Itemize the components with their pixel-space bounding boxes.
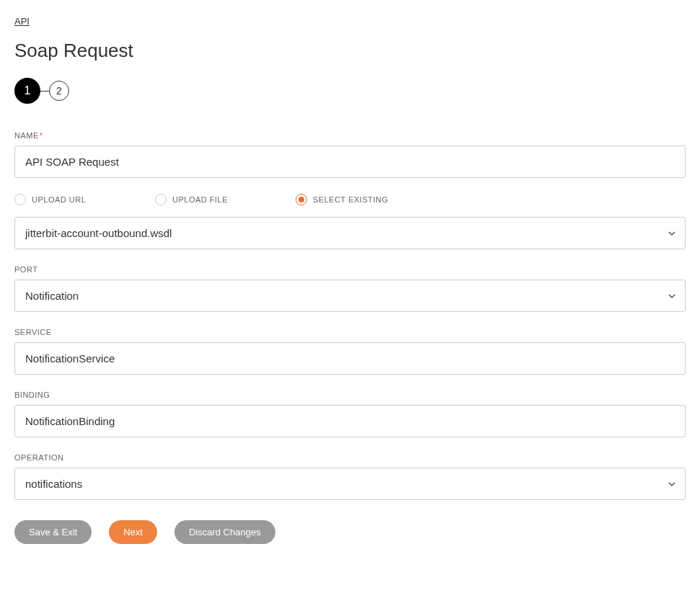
step-2[interactable]: 2 (49, 81, 69, 101)
radio-circle-select-existing (296, 194, 307, 205)
radio-select-existing[interactable]: SELECT EXISTING (296, 194, 436, 205)
stepper: 1 2 (14, 78, 686, 104)
operation-group: OPERATION (14, 453, 686, 500)
radio-label-upload-file: UPLOAD FILE (172, 195, 228, 204)
next-button[interactable]: Next (109, 520, 157, 544)
breadcrumb-api[interactable]: API (14, 16, 30, 27)
required-asterisk: * (40, 131, 43, 140)
operation-label: OPERATION (14, 453, 686, 462)
operation-select-value[interactable] (14, 468, 686, 500)
name-group: NAME* (14, 131, 686, 178)
radio-circle-upload-file (155, 194, 167, 205)
step-connector (40, 91, 49, 92)
port-label: PORT (14, 265, 686, 274)
service-input[interactable] (14, 342, 686, 375)
binding-input[interactable] (14, 405, 686, 437)
radio-upload-file[interactable]: UPLOAD FILE (155, 194, 296, 205)
radio-label-upload-url: UPLOAD URL (32, 195, 86, 204)
port-select[interactable] (14, 280, 686, 312)
source-radio-group: UPLOAD URL UPLOAD FILE SELECT EXISTING (14, 194, 686, 205)
port-group: PORT (14, 265, 686, 312)
binding-label: BINDING (14, 391, 686, 399)
radio-circle-upload-url (14, 194, 26, 205)
radio-upload-url[interactable]: UPLOAD URL (14, 194, 155, 205)
radio-label-select-existing: SELECT EXISTING (313, 195, 389, 204)
service-label: SERVICE (14, 328, 686, 336)
binding-group: BINDING (14, 391, 686, 437)
operation-select[interactable] (14, 468, 686, 500)
wsdl-select-value[interactable] (14, 217, 686, 249)
discard-changes-button[interactable]: Discard Changes (174, 520, 275, 544)
page-title: Soap Request (14, 40, 686, 62)
step-1[interactable]: 1 (14, 78, 40, 104)
name-input[interactable] (14, 146, 686, 178)
service-group: SERVICE (14, 328, 686, 375)
button-row: Save & Exit Next Discard Changes (14, 520, 686, 544)
name-label-text: NAME (14, 131, 39, 140)
source-section: UPLOAD URL UPLOAD FILE SELECT EXISTING (14, 194, 686, 249)
name-label: NAME* (14, 131, 686, 140)
wsdl-select[interactable] (14, 217, 686, 249)
save-exit-button[interactable]: Save & Exit (14, 520, 92, 544)
port-select-value[interactable] (14, 280, 686, 312)
